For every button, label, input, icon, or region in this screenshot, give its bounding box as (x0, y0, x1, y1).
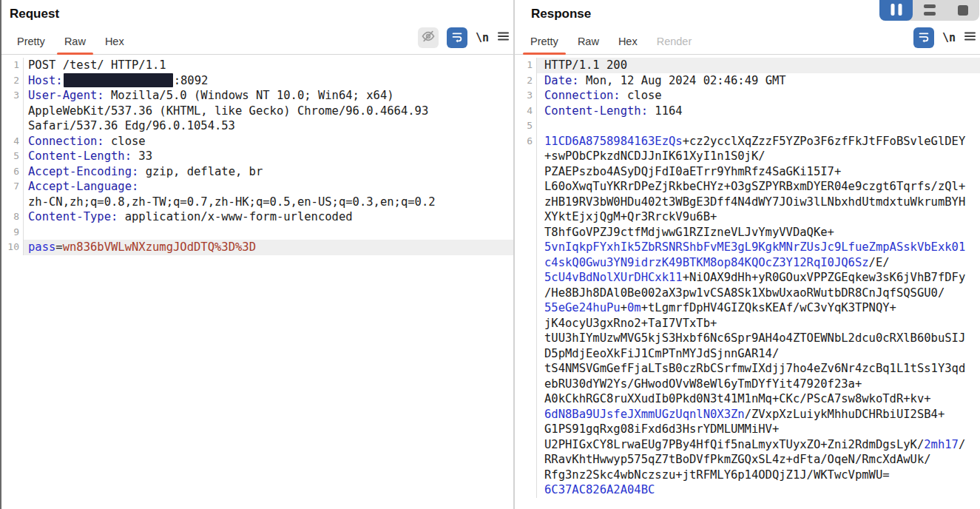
split-rows-button[interactable] (913, 0, 946, 21)
word-wrap-button[interactable] (913, 27, 934, 48)
line-number: 1 (1, 58, 24, 73)
code-run: HTTP/1.1 200 (544, 58, 627, 72)
code-text (24, 225, 513, 240)
response-code-row[interactable]: /He8BJh8DAl0Be002aX3pw1vCSA8Sk1XbwUxaoRW… (515, 286, 980, 301)
code-run: Mozilla/5.0 (Windows NT 10.0; Win64; x64… (104, 89, 394, 102)
split-columns-button[interactable] (879, 0, 913, 21)
code-text: Host::8092 (24, 73, 513, 89)
response-code-row[interactable]: 5cU4vBdNolXUrDHCxk11+NiOAX9dHh+yR0GOuxVP… (515, 270, 980, 286)
code-run: Accept-Encoding: (28, 165, 138, 178)
single-pane-button[interactable] (946, 0, 979, 21)
request-tab-hex[interactable]: Hex (95, 30, 134, 54)
response-code-row[interactable]: 5vnIqkpFYxhIk5ZbRSNRShbFvME3gL9KgkMNrZUs… (515, 240, 980, 255)
menu-icon[interactable] (497, 30, 510, 45)
response-code-row[interactable]: 55eGe24huPu+0m+tLgmrfDpHV4GIZQksKEAf/wC3… (515, 300, 980, 316)
line-number (515, 179, 537, 195)
response-code-row[interactable]: 6C37AC826A2A04BC (515, 482, 980, 498)
response-code-row[interactable]: XYktEjxjQgM+Qr3RrckV9u6B+ (515, 209, 980, 225)
response-code-row[interactable]: 611CD6A8758984163EzQs+cz2ycclXqZzzF5YZPo… (515, 134, 980, 149)
code-text: U2PHIGxCY8LrwaEUg7PBy4HfQif5naLmyxTUyxZO… (537, 437, 980, 453)
request-toolbar: \n (418, 27, 510, 48)
code-run: 0m (627, 301, 641, 314)
request-tab-pretty[interactable]: Pretty (7, 30, 55, 54)
response-code-row[interactable]: Rfg3nz2Skc4wbNczszu+jtRFMLY6p14ODQjZ1J/W… (515, 468, 980, 483)
request-code-row[interactable]: 1POST /test/ HTTP/1.1 (1, 58, 513, 73)
code-run: POST /test/ HTTP/1.1 (28, 58, 166, 72)
response-code-row[interactable]: A0kCkhRGC8ruXXudIb0Pkd0N3t41M1nMq+CKc/PS… (515, 391, 980, 407)
response-code-row[interactable]: L60oXwqTuYKRrDPeZjRkbeCHYz+O3gSZPYRBxmDY… (515, 179, 980, 195)
code-run: close (621, 89, 662, 102)
request-code-row[interactable]: 5Content-Length: 33 (1, 149, 513, 164)
request-header: Request PrettyRawHex (1, 0, 513, 55)
code-run: 5cU4vBdNolXUrDHCxk11 (544, 271, 683, 284)
response-code-row[interactable]: 4Content-Length: 1164 (515, 104, 980, 119)
code-run: / (959, 438, 965, 451)
request-code-row[interactable]: 9 (1, 225, 513, 240)
code-run: Content-Type: (28, 210, 118, 223)
show-newlines-button[interactable]: \n (476, 31, 489, 44)
code-run: 11CD6A8758984163EzQs (544, 135, 683, 148)
request-code-row[interactable]: 8Content-Type: application/x-www-form-ur… (1, 209, 513, 225)
response-code-row[interactable]: D5pMdjEeoXkFiJ1CmPTnMYJdSjnnGAR14/ (515, 346, 980, 362)
response-code-row[interactable]: zHB19RV3bW0HDu402t3WBgE3Dff4N4dWY7JOiw3l… (515, 195, 980, 210)
code-text: 11CD6A8758984163EzQs+cz2ycclXqZzzF5YZPo3… (537, 134, 980, 149)
response-code-row[interactable]: 3Connection: close (515, 88, 980, 104)
response-code-row[interactable]: T8hfGoVPZJ9ctfMdjwwG1RZIzneVLJvYmyVVDaQK… (515, 225, 980, 240)
request-code-row[interactable]: AppleWebKit/537.36 (KHTML, like Gecko) C… (1, 104, 513, 119)
response-code-row[interactable]: PZAEPszbo4ASyDQjFdI0aETrr9YhmRfz4SaGKi15… (515, 164, 980, 180)
request-tab-raw[interactable]: Raw (55, 30, 95, 54)
code-run: wn836bVWLwNXzumgJOdDTQ%3D%3D (63, 240, 256, 254)
response-code-row[interactable]: tUU3hIYmUzwMVG5kjS3Hxbf6Nc6Spr9AH4o4ZTOE… (515, 331, 980, 346)
code-run: Mon, 12 Aug 2024 02:46:49 GMT (579, 74, 786, 87)
response-tab-hex[interactable]: Hex (609, 30, 647, 54)
response-code-row[interactable]: 1HTTP/1.1 200 (515, 58, 980, 73)
code-run: /ZVxpXzLuiykMhhuDCHRbiUI2SB4+ (745, 408, 945, 421)
request-code-row[interactable]: Safari/537.36 Edg/96.0.1054.53 (1, 118, 513, 134)
response-editor[interactable]: 1HTTP/1.1 2002Date: Mon, 12 Aug 2024 02:… (515, 55, 980, 509)
response-code-row[interactable]: ebRU30dYW2Ys/GHwodOVvW8eWl6yTmDYfYit4792… (515, 377, 980, 392)
request-code-row[interactable]: 3User-Agent: Mozilla/5.0 (Windows NT 10.… (1, 88, 513, 104)
response-tab-raw[interactable]: Raw (568, 30, 609, 54)
menu-icon[interactable] (964, 30, 976, 45)
request-code-row[interactable]: 2Host::8092 (1, 73, 513, 89)
code-text: pass=wn836bVWLwNXzumgJOdDTQ%3D%3D (24, 240, 513, 255)
response-code-row[interactable]: 5 (515, 118, 980, 134)
code-run: +cz2ycclXqZzzF5YZPo3F6zfFkJtFFoBSvleGlDE… (683, 135, 966, 148)
line-number: 4 (1, 134, 24, 149)
code-text: 5cU4vBdNolXUrDHCxk11+NiOAX9dHh+yR0GOuxVP… (537, 270, 980, 286)
response-code-row[interactable]: RRavKhtHwwyp575qZ7tBoDVfPkmZGQxSL4z+dFta… (515, 452, 980, 468)
line-number: 2 (1, 73, 24, 89)
request-code-row[interactable]: zh-CN,zh;q=0.8,zh-TW;q=0.7,zh-HK;q=0.5,e… (1, 195, 513, 210)
response-code-row[interactable]: U2PHIGxCY8LrwaEUg7PBy4HfQif5naLmyxTUyxZO… (515, 437, 980, 453)
request-tabs: PrettyRawHex (7, 30, 134, 54)
request-code-row[interactable]: 7Accept-Language: (1, 179, 513, 195)
code-text: 6C37AC826A2A04BC (537, 482, 980, 498)
response-tab-render[interactable]: Render (647, 30, 702, 54)
request-code-row[interactable]: 4Connection: close (1, 134, 513, 149)
line-number: 5 (515, 118, 537, 134)
code-run: T8hfGoVPZJ9ctfMdjwwG1RZIzneVLJvYmyVVDaQK… (544, 226, 834, 239)
response-code-row[interactable]: G1PS91gqRxg08iFxd6d3HsrYDMLUMMiHV+ (515, 422, 980, 437)
code-run: 33 (132, 149, 152, 163)
request-code-row[interactable]: 10pass=wn836bVWLwNXzumgJOdDTQ%3D%3D (1, 240, 513, 255)
response-code-row[interactable]: 6dN8Ba9UJsfeJXmmUGzUqnlN0X3Zn/ZVxpXzLuiy… (515, 407, 980, 422)
response-code-row[interactable]: c4skQ0Gwu3YN9idrzK49BTKM8op84KQOcZ3Y12Rq… (515, 255, 980, 271)
code-text: RRavKhtHwwyp575qZ7tBoDVfPkmZGQxSL4z+dFta… (537, 452, 980, 468)
response-code-row[interactable]: +swPObCPkzdNCDJJnIK61XyI1n1S0jK/ (515, 149, 980, 164)
word-wrap-button[interactable] (447, 27, 467, 48)
response-title: Response (531, 7, 591, 21)
code-run: A0kCkhRGC8ruXXudIb0Pkd0N3t41M1nMq+CKc/PS… (544, 392, 931, 405)
line-number (515, 331, 537, 346)
response-code-row[interactable]: tS4NMSVGmGefFjaLTsB0czRbCSrfmwIXdjj7ho4e… (515, 361, 980, 377)
code-run: 6C37AC826A2A04BC (544, 483, 655, 496)
request-editor[interactable]: 1POST /test/ HTTP/1.12Host::80923User-Ag… (1, 55, 513, 509)
response-code-row[interactable]: 2Date: Mon, 12 Aug 2024 02:46:49 GMT (515, 73, 980, 89)
response-tab-pretty[interactable]: Pretty (521, 30, 568, 54)
show-newlines-button[interactable]: \n (942, 31, 956, 44)
request-code-row[interactable]: 6Accept-Encoding: gzip, deflate, br (1, 164, 513, 180)
hide-highlights-button[interactable] (418, 27, 439, 48)
line-number (1, 118, 24, 134)
code-run: User-Agent: (28, 89, 104, 102)
line-number: 5 (1, 149, 24, 164)
response-code-row[interactable]: jK4ocyU3gxRno2+TaI7VTxTb+ (515, 316, 980, 331)
